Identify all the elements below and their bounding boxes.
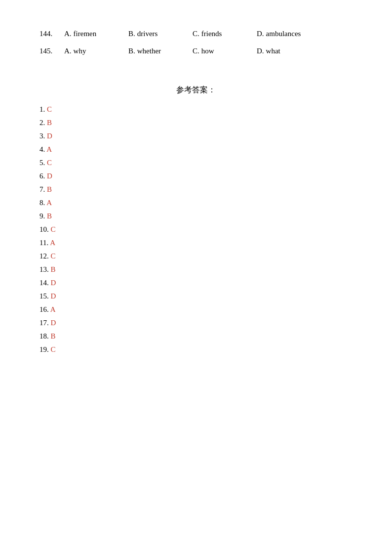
question-option: A.firemen xyxy=(64,30,128,38)
answer-value: D xyxy=(51,279,56,287)
option-letter: D. xyxy=(257,47,264,55)
option-text: what xyxy=(266,47,280,55)
answer-row: 5. C xyxy=(39,159,353,167)
option-text: whether xyxy=(137,47,161,55)
answer-number: 17. xyxy=(39,319,51,327)
answer-number: 14. xyxy=(39,279,51,287)
answer-value: A xyxy=(50,239,55,247)
option-letter: B. xyxy=(128,30,135,38)
answer-row: 2. B xyxy=(39,119,353,127)
answer-row: 10. C xyxy=(39,225,353,234)
answer-value: D xyxy=(47,172,52,180)
answer-number: 13. xyxy=(39,265,51,273)
answer-number: 3. xyxy=(39,132,47,140)
answer-number: 10. xyxy=(39,225,51,233)
answer-value: A xyxy=(46,145,52,153)
question-option: C.how xyxy=(193,47,257,55)
questions-section: 144.A.firemenB.driversC.friendsD.ambulan… xyxy=(39,30,353,55)
question-number: 144. xyxy=(39,30,64,38)
answer-value: C xyxy=(51,252,56,260)
section-title: 参考答案： xyxy=(39,85,353,95)
answer-value: D xyxy=(51,319,56,327)
answer-value: C xyxy=(51,225,56,233)
answer-value: C xyxy=(47,105,52,113)
option-letter: C. xyxy=(193,47,199,55)
answer-row: 13. B xyxy=(39,265,353,274)
answer-value: B xyxy=(51,332,56,340)
option-letter: B. xyxy=(128,47,135,55)
answer-number: 11. xyxy=(39,239,50,247)
answer-value: D xyxy=(47,132,52,140)
answer-number: 9. xyxy=(39,212,47,220)
answer-number: 15. xyxy=(39,292,51,300)
question-option: C.friends xyxy=(193,30,257,38)
answer-value: B xyxy=(51,265,56,273)
answer-row: 18. B xyxy=(39,332,353,341)
option-text: ambulances xyxy=(266,30,301,38)
answer-row: 17. D xyxy=(39,319,353,327)
answer-row: 3. D xyxy=(39,132,353,140)
option-text: firemen xyxy=(74,30,97,38)
option-text: how xyxy=(201,47,214,55)
question-option: B.drivers xyxy=(128,30,193,38)
answer-value: B xyxy=(47,185,52,193)
answer-row: 6. D xyxy=(39,172,353,180)
option-letter: C. xyxy=(193,30,199,38)
answer-number: 8. xyxy=(39,199,46,207)
answer-number: 5. xyxy=(39,159,47,167)
option-text: friends xyxy=(201,30,222,38)
answer-number: 7. xyxy=(39,185,47,193)
answer-value: D xyxy=(51,292,56,300)
option-text: drivers xyxy=(137,30,158,38)
question-option: A.why xyxy=(64,47,128,55)
answer-number: 19. xyxy=(39,345,51,353)
answer-value: A xyxy=(50,305,56,313)
answer-number: 16. xyxy=(39,305,50,313)
answer-row: 14. D xyxy=(39,279,353,287)
answer-row: 16. A xyxy=(39,305,353,314)
answer-row: 7. B xyxy=(39,185,353,194)
option-letter: A. xyxy=(64,30,72,38)
option-letter: D. xyxy=(257,30,264,38)
answer-value: A xyxy=(46,199,52,207)
answer-number: 6. xyxy=(39,172,47,180)
answer-row: 19. C xyxy=(39,345,353,354)
answers-section: 参考答案： 1. C2. B3. D4. A5. C6. D7. B8. A9.… xyxy=(39,85,353,354)
option-letter: A. xyxy=(64,47,72,55)
option-text: why xyxy=(74,47,86,55)
answer-row: 8. A xyxy=(39,199,353,207)
answer-number: 1. xyxy=(39,105,47,113)
answer-row: 12. C xyxy=(39,252,353,260)
answer-number: 4. xyxy=(39,145,46,153)
answer-number: 2. xyxy=(39,119,47,127)
answer-number: 18. xyxy=(39,332,51,340)
answer-row: 9. B xyxy=(39,212,353,220)
answer-value: C xyxy=(47,159,52,167)
answer-row: 4. A xyxy=(39,145,353,154)
question-row: 144.A.firemenB.driversC.friendsD.ambulan… xyxy=(39,30,353,38)
answer-row: 15. D xyxy=(39,292,353,300)
answer-number: 12. xyxy=(39,252,51,260)
answer-value: B xyxy=(47,119,52,127)
answer-value: B xyxy=(47,212,52,220)
question-row: 145.A.whyB.whetherC.howD.what xyxy=(39,47,353,55)
question-option: B.whether xyxy=(128,47,193,55)
question-option: D.ambulances xyxy=(257,30,321,38)
answer-value: C xyxy=(51,345,56,353)
question-number: 145. xyxy=(39,47,64,55)
answer-row: 11. A xyxy=(39,239,353,247)
answer-row: 1. C xyxy=(39,105,353,114)
question-option: D.what xyxy=(257,47,321,55)
